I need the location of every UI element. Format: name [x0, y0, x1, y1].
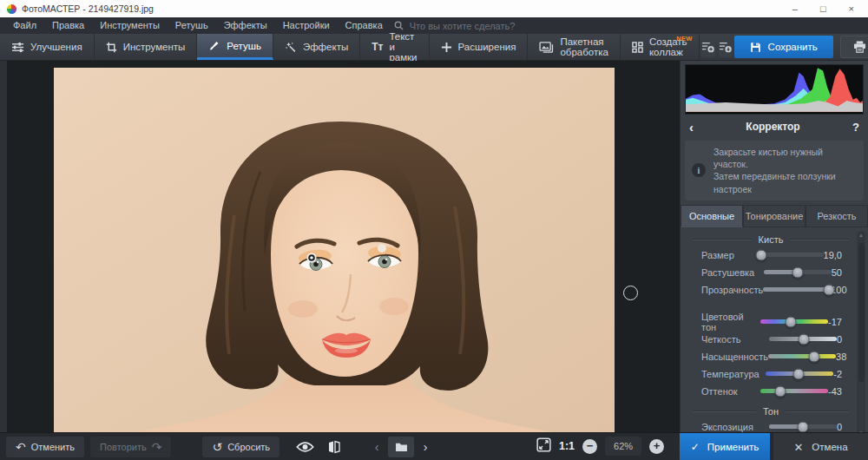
- slider-track[interactable]: [769, 337, 837, 341]
- slider-track[interactable]: [769, 424, 837, 429]
- slider-track[interactable]: [764, 270, 832, 274]
- portrait-photo: [54, 68, 615, 432]
- new-badge: NEW: [676, 35, 692, 43]
- slider-label: Оттенок: [701, 386, 760, 397]
- next-photo-button[interactable]: ›: [416, 440, 435, 454]
- title-bar: ФотоМАСТЕР - 2149427919.jpg – □ ×: [0, 0, 868, 17]
- toolbar-tab-label: Улучшения: [30, 42, 82, 52]
- slider-thumb[interactable]: [809, 351, 820, 362]
- slider-label: Четкость: [701, 334, 769, 345]
- slider-track[interactable]: [760, 389, 828, 393]
- panel-tab-sharpness[interactable]: Резкость: [806, 205, 868, 227]
- back-button[interactable]: ‹: [689, 121, 694, 134]
- menu-item-settings[interactable]: Настройки: [275, 17, 338, 34]
- slider-track[interactable]: [766, 371, 833, 376]
- presets-add-icon: [701, 41, 715, 53]
- zoom-controls: 1:1 − 62% +: [536, 437, 664, 456]
- slider-thumb[interactable]: [755, 249, 766, 260]
- check-icon: ✓: [691, 441, 700, 453]
- menu-item-tools[interactable]: Инструменты: [92, 17, 168, 34]
- panel-scrollbar[interactable]: ▲ ▼: [857, 231, 865, 437]
- toolbar-tab-text-frames[interactable]: TтТекст и рамки: [360, 34, 429, 60]
- previous-photo-button[interactable]: ‹: [367, 440, 386, 454]
- reset-button[interactable]: ↺ Сбросить: [202, 437, 279, 457]
- slider-track[interactable]: [760, 319, 828, 324]
- eye-icon: [296, 441, 314, 453]
- minimize-button[interactable]: –: [792, 0, 798, 17]
- help-button[interactable]: ?: [852, 121, 859, 134]
- slider-track[interactable]: [756, 253, 824, 257]
- toolbar-tab-batch[interactable]: Пакетная обработка: [528, 34, 620, 60]
- panel-tabs: ОсновныеТонированиеРезкость: [681, 205, 868, 227]
- toolbar-right: Сохранить Печать: [734, 34, 868, 60]
- toolbar-tab-label: Расширения: [458, 42, 516, 52]
- presets-add-button[interactable]: [701, 36, 715, 57]
- slider-thumb[interactable]: [823, 284, 834, 295]
- scroll-up-icon[interactable]: ▲: [857, 233, 865, 238]
- before-after-button[interactable]: [323, 437, 345, 457]
- save-button[interactable]: Сохранить: [734, 36, 833, 58]
- slider-hue: Цветовой тон-17: [681, 313, 868, 331]
- maximize-button[interactable]: □: [820, 0, 826, 17]
- slider-label: Температура: [701, 369, 766, 379]
- menu-item-edit[interactable]: Правка: [44, 17, 92, 34]
- fit-screen-icon: [536, 437, 551, 452]
- search-input[interactable]: [408, 20, 568, 32]
- retouch-point-active[interactable]: [307, 253, 317, 263]
- cancel-button[interactable]: ✕ Отмена: [773, 433, 868, 460]
- toolbar-tab-retouch[interactable]: Ретушь: [197, 34, 273, 60]
- photo-image[interactable]: [54, 68, 615, 432]
- slider-thumb[interactable]: [786, 316, 797, 327]
- toolbar-tab-collage[interactable]: Создать коллажNEW: [621, 34, 700, 60]
- sliders-icon: [11, 42, 24, 53]
- slider-label: Цветовой тон: [701, 312, 760, 332]
- slider-track[interactable]: [768, 354, 836, 358]
- reset-icon: ↺: [212, 441, 222, 453]
- open-folder-button[interactable]: [388, 437, 414, 457]
- close-button[interactable]: ×: [849, 0, 854, 17]
- toolbar-tab-tools[interactable]: Инструменты: [95, 34, 198, 60]
- presets-import-button[interactable]: [719, 36, 733, 57]
- save-icon: [750, 42, 761, 53]
- slider-thumb[interactable]: [774, 385, 786, 397]
- slider-saturation: Насыщенность38: [681, 348, 868, 365]
- slider-track[interactable]: [763, 287, 831, 292]
- compare-icon: [327, 440, 341, 454]
- slider-thumb[interactable]: [798, 333, 809, 345]
- fit-screen-button[interactable]: [536, 437, 551, 456]
- slider-thumb[interactable]: [792, 266, 803, 278]
- menu-item-file[interactable]: Файл: [5, 17, 44, 34]
- zoom-out-button[interactable]: −: [582, 439, 597, 454]
- menu-item-effects[interactable]: Эффекты: [216, 17, 275, 34]
- panel-tab-main[interactable]: Основные: [681, 205, 743, 227]
- preview-original-button[interactable]: [293, 437, 316, 457]
- actual-size-button[interactable]: 1:1: [559, 440, 575, 452]
- photo-navigation: ‹ ›: [367, 437, 435, 457]
- toolbar-tab-label: Текст и рамки: [389, 31, 417, 62]
- scrollbar-thumb[interactable]: [858, 243, 865, 382]
- section-tone: Тон: [681, 404, 868, 418]
- search-box[interactable]: [394, 20, 568, 32]
- toolbar-tab-extensions[interactable]: Расширения: [430, 34, 529, 60]
- presets-import-icon: [719, 41, 733, 53]
- slider-thumb[interactable]: [797, 421, 808, 432]
- search-icon: [394, 21, 404, 30]
- toolbar-tabs: УлучшенияИнструментыРетушьЭффектыTтТекст…: [0, 34, 700, 60]
- cancel-label: Отмена: [812, 442, 847, 452]
- panel-tab-toning[interactable]: Тонирование: [743, 205, 806, 227]
- toolbar-tab-enhance[interactable]: Улучшения: [0, 34, 95, 60]
- menu-item-help[interactable]: Справка: [338, 17, 391, 34]
- window-controls: – □ ×: [792, 0, 861, 17]
- redo-button: Повторить ↷: [90, 437, 171, 457]
- undo-button[interactable]: ↶ Отменить: [6, 437, 84, 457]
- retouch-point[interactable]: [378, 244, 386, 253]
- panel-title: Корректор: [746, 121, 799, 133]
- apply-button[interactable]: ✓ Применить: [680, 433, 770, 460]
- print-button[interactable]: Печать: [840, 36, 868, 58]
- zoom-in-button[interactable]: +: [649, 439, 664, 454]
- toolbar-tab-effects[interactable]: Эффекты: [273, 34, 360, 60]
- bottom-bar: ↶ Отменить Повторить ↷ ↺ Сбросить ‹ › 1:…: [0, 432, 868, 460]
- section-title: Кисть: [759, 234, 784, 245]
- menu-item-retouch[interactable]: Ретушь: [168, 17, 216, 34]
- slider-thumb[interactable]: [793, 368, 805, 379]
